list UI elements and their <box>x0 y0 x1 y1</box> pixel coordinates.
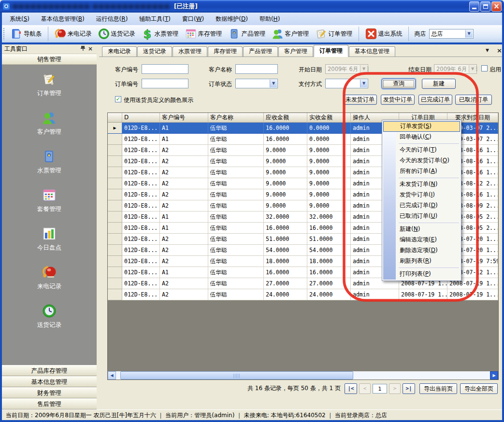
tool-window-close-icon[interactable]: × <box>86 45 94 53</box>
pin-icon[interactable] <box>79 45 86 53</box>
next-page-button[interactable]: > <box>389 383 401 394</box>
end-date-picker[interactable]: 2009年 6月 8日 ▼ <box>434 64 477 74</box>
filter-completed-button[interactable]: 已完成订单 <box>418 95 452 105</box>
context-menu-item[interactable]: 编辑选定项(E) <box>383 235 460 245</box>
context-menu-item[interactable]: 已取消订单(U) <box>383 211 460 222</box>
context-menu-item[interactable]: 新建(N) <box>383 224 460 235</box>
menubar-item[interactable]: 辅助工具(T) <box>133 14 176 25</box>
context-menu-item[interactable]: 删除选定项(D) <box>383 245 460 256</box>
menubar-item[interactable]: 帮助(H) <box>254 14 286 25</box>
row-selector-cell[interactable]: ▶ <box>108 223 122 234</box>
tab-list-dropdown-icon[interactable]: ▼ <box>486 48 489 54</box>
tab[interactable]: 水票管理 <box>173 46 207 56</box>
menubar-item[interactable]: 系统(S) <box>4 14 35 25</box>
row-selector-cell[interactable]: ▶ <box>108 123 122 134</box>
tab[interactable]: 基本信息管理 <box>349 46 395 56</box>
row-selector-cell[interactable]: ▶ <box>108 156 122 167</box>
column-header-customer-name[interactable]: 客户名称 <box>208 113 264 123</box>
tab[interactable]: 来电记录 <box>102 46 137 56</box>
sidebar-item[interactable]: 套餐管理 <box>2 187 97 213</box>
row-selector-cell[interactable]: ▶ <box>108 267 122 278</box>
sidebar-group-button[interactable]: 财务管理 <box>2 387 97 398</box>
toolbar-button[interactable]: 产品管理 <box>225 27 269 41</box>
scroll-left-icon[interactable]: ◀ <box>108 371 116 380</box>
menubar-item[interactable]: 基本信息管理(B) <box>35 14 90 25</box>
tab[interactable]: 产品管理 <box>243 46 278 56</box>
context-menu-item[interactable]: 回单确认(C) <box>383 132 460 142</box>
shop-select[interactable]: 总店 ▼ <box>429 29 474 39</box>
context-menu-item[interactable]: 今天的发货订单(O) <box>383 155 460 166</box>
chevron-down-icon[interactable]: ▼ <box>465 30 473 38</box>
export-current-page-button[interactable]: 导出当前页 <box>419 383 457 394</box>
context-menu-item[interactable]: 已完成订单(D) <box>383 200 460 211</box>
filter-shipping-button[interactable]: 发货中订单 <box>381 95 415 105</box>
tab[interactable]: 库存管理 <box>208 46 243 56</box>
row-selector-cell[interactable]: ▶ <box>108 211 122 223</box>
sidebar-item[interactable]: 送货记录 <box>2 303 97 329</box>
context-menu-item[interactable]: 今天的订单(T) <box>383 145 460 155</box>
sidebar-group-button[interactable]: 产品库存管理 <box>2 365 97 376</box>
sidebar-item[interactable]: 来电记录 <box>2 265 97 291</box>
sidebar-group-sales[interactable]: 销售管理 <box>2 54 97 65</box>
context-menu-item[interactable]: 发货中订单(I) <box>383 190 460 200</box>
toolbar-button[interactable]: 退出系统 <box>362 27 409 41</box>
close-button[interactable]: × <box>491 1 502 12</box>
pay-method-select[interactable]: ▼ <box>325 79 368 88</box>
order-no-input[interactable] <box>142 79 188 88</box>
toolbar-button[interactable]: 送货记录 <box>95 27 138 41</box>
row-selector-cell[interactable]: ▶ <box>108 134 122 145</box>
tab-close-icon[interactable]: × <box>497 48 502 54</box>
tab[interactable]: 客户管理 <box>278 46 313 56</box>
minimize-button[interactable] <box>469 1 479 12</box>
enable-date-checkbox[interactable] <box>481 65 488 71</box>
sidebar-group-button[interactable]: 基本信息管理 <box>2 376 97 387</box>
context-menu-item[interactable]: 订单发货(S) <box>383 121 460 132</box>
column-header-customer-no[interactable]: 客户编号 <box>160 113 208 123</box>
last-page-button[interactable]: >| <box>403 383 415 394</box>
row-selector-cell[interactable]: ▶ <box>108 245 122 256</box>
sidebar-item[interactable]: 订单管理 <box>2 71 97 98</box>
column-header-received[interactable]: 实收金额 <box>307 113 351 123</box>
menubar-item[interactable]: 数据维护(D) <box>210 14 254 25</box>
row-selector-cell[interactable]: ▶ <box>108 200 122 211</box>
horizontal-scrollbar[interactable]: ◀ ▶ <box>108 371 498 380</box>
color-display-checkbox[interactable]: ✓ <box>115 96 121 102</box>
new-button[interactable]: 新建 <box>422 79 456 89</box>
first-page-button[interactable]: |< <box>345 383 357 394</box>
export-all-pages-button[interactable]: 导出全部页 <box>460 383 498 394</box>
table-row[interactable]: ▶ 012D-E8... A2 伍华聪 24.0000 24.0000 admi… <box>108 289 498 300</box>
toolbar-button[interactable]: 来电记录 <box>51 27 95 41</box>
column-header-id[interactable]: D <box>122 113 160 123</box>
tab[interactable]: 订单管理 <box>314 45 348 57</box>
sidebar-item[interactable]: 今日盘点 <box>2 226 97 252</box>
customer-name-input[interactable] <box>235 64 278 74</box>
sidebar-group-button[interactable]: 售后管理 <box>2 398 97 409</box>
scrollbar-thumb[interactable] <box>120 371 353 380</box>
context-menu-item[interactable]: 刷新列表(R) <box>383 256 460 267</box>
menubar-item[interactable]: 窗口(W) <box>176 14 210 25</box>
maximize-button[interactable] <box>480 1 490 12</box>
toolbar-grip[interactable] <box>3 28 5 40</box>
sidebar-item[interactable]: 水票管理 <box>2 149 97 175</box>
row-selector-cell[interactable]: ▶ <box>108 289 122 300</box>
filter-cancelled-button[interactable]: 已取消订单 <box>455 95 492 105</box>
column-header-receivable[interactable]: 应收金额 <box>264 113 307 123</box>
toolbar-button[interactable]: 订单管理 <box>312 27 359 41</box>
row-selector-cell[interactable]: ▶ <box>108 145 122 156</box>
toolbar-button[interactable]: 客户管理 <box>269 27 312 41</box>
context-menu-item[interactable]: 未发货订单(N) <box>383 179 460 190</box>
row-selector-cell[interactable]: ▶ <box>108 278 122 289</box>
order-status-select[interactable]: ▼ <box>235 79 278 88</box>
context-menu-item[interactable]: 打印列表(P) <box>383 269 460 280</box>
sidebar-item[interactable]: 客户管理 <box>2 110 97 136</box>
row-selector-cell[interactable]: ▶ <box>108 189 122 200</box>
page-number-input[interactable] <box>373 384 387 394</box>
menubar-item[interactable]: 运行信息(R) <box>90 14 134 25</box>
prev-page-button[interactable]: < <box>359 383 371 394</box>
toolbar-button[interactable]: 库存管理 <box>182 27 225 41</box>
toolbar-button[interactable]: 导航条 <box>7 27 48 41</box>
filter-unshipped-button[interactable]: 未发货订单 <box>343 95 377 105</box>
toolbar-button[interactable]: $ 水票管理 <box>138 27 182 41</box>
query-button[interactable]: 查询 <box>382 79 416 89</box>
tab[interactable]: 送货记录 <box>137 46 172 56</box>
